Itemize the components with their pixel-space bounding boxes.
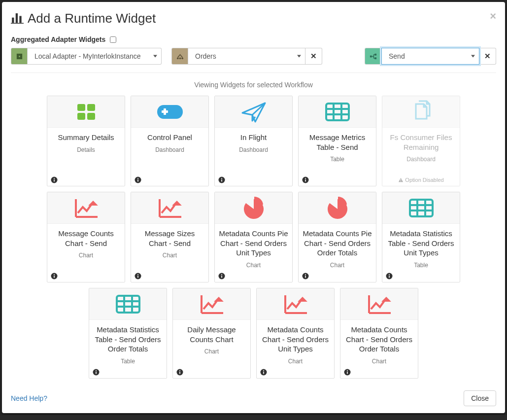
svg-rect-38	[401, 181, 401, 181]
need-help-link[interactable]: Need Help?	[11, 394, 47, 402]
svg-point-36	[305, 178, 306, 179]
widget-card[interactable]: Metadata Counts Chart - Send Orders Unit…	[256, 288, 335, 379]
info-icon[interactable]	[51, 273, 58, 280]
aggregated-checkbox[interactable]	[110, 36, 116, 43]
info-icon[interactable]	[260, 369, 267, 376]
widget-card-title: Control Panel	[131, 128, 208, 142]
svg-rect-12	[77, 104, 85, 111]
add-widget-modal: Add a Runtime Widget × Aggregated Adapte…	[2, 2, 505, 413]
channel-select[interactable]: Orders	[188, 48, 305, 65]
adapter-select-group: Local Adapter - MyInterlokInstance	[11, 48, 162, 65]
svg-rect-37	[401, 179, 401, 181]
info-icon[interactable]	[218, 273, 225, 280]
widget-card[interactable]: Metadata Statistics Table - Send Orders …	[382, 192, 460, 282]
svg-point-75	[179, 370, 180, 371]
table-teal-icon	[382, 192, 460, 224]
svg-point-54	[305, 274, 306, 275]
close-button[interactable]: Close	[464, 390, 496, 406]
svg-point-25	[137, 178, 138, 179]
info-icon[interactable]	[344, 369, 351, 376]
widget-card[interactable]: Message Sizes Chart - SendChart	[131, 192, 209, 282]
widget-card-title: In Flight	[215, 128, 292, 142]
info-icon[interactable]	[51, 176, 58, 183]
channel-select-value: Orders	[195, 52, 216, 60]
controller-icon	[131, 96, 208, 128]
widget-card[interactable]: Metadata Counts Pie Chart - Send Orders …	[298, 192, 376, 282]
svg-point-43	[54, 274, 55, 275]
svg-rect-20	[164, 108, 166, 115]
svg-rect-11	[374, 57, 376, 59]
workflow-icon	[365, 48, 381, 65]
widget-card[interactable]: Metadata Statistics Table - Send Orders …	[89, 288, 167, 379]
svg-rect-79	[263, 372, 264, 374]
info-icon[interactable]	[93, 369, 100, 376]
svg-rect-2	[16, 13, 18, 23]
widget-card-subtitle: Chart	[257, 358, 334, 365]
svg-point-8	[181, 57, 183, 59]
info-icon[interactable]	[386, 273, 393, 280]
widget-cards: Summary DetailsDetailsControl PanelDashb…	[11, 96, 496, 379]
widget-card-title: Metadata Statistics Table - Send Orders …	[89, 320, 167, 354]
widget-card-subtitle: Dashboard	[131, 146, 208, 153]
filter-row: Aggregated Adapter Widgets Local Adapter…	[11, 35, 496, 65]
svg-rect-55	[410, 200, 433, 216]
svg-rect-61	[389, 276, 390, 278]
close-icon[interactable]: ×	[490, 11, 496, 22]
widget-card[interactable]: Message Counts Chart - SendChart	[47, 192, 125, 282]
info-icon[interactable]	[302, 176, 309, 183]
widget-card-subtitle: Chart	[340, 358, 418, 365]
widget-card-subtitle: Details	[47, 146, 125, 153]
adapter-icon	[11, 48, 28, 65]
svg-point-18	[54, 178, 55, 179]
svg-rect-47	[137, 276, 138, 278]
widget-card-subtitle: Chart	[47, 252, 125, 259]
widget-card[interactable]: Summary DetailsDetails	[47, 96, 125, 186]
widget-card[interactable]: Metadata Counts Pie Chart - Send Orders …	[214, 192, 293, 282]
pie-icon	[215, 192, 292, 224]
widget-card[interactable]: Message Metrics Table - SendTable	[298, 96, 376, 186]
widget-card[interactable]: Daily Message Counts ChartChart	[172, 288, 251, 379]
plane-icon	[215, 96, 292, 128]
svg-rect-53	[305, 276, 306, 278]
channel-icon	[171, 48, 188, 65]
widget-card-title: Fs Consumer Files Remaining	[382, 128, 460, 152]
workflow-clear-button[interactable]: ✕	[479, 48, 496, 65]
widget-card-title: Metadata Counts Chart - Send Orders Unit…	[257, 320, 334, 354]
svg-rect-13	[87, 104, 95, 111]
widget-card[interactable]: Metadata Counts Chart - Send Orders Orde…	[340, 288, 418, 379]
adapter-select[interactable]: Local Adapter - MyInterlokInstance	[28, 48, 162, 65]
workflow-select[interactable]: Send	[381, 48, 479, 65]
channel-select-group: Orders ✕	[171, 48, 322, 65]
channel-clear-button[interactable]: ✕	[305, 48, 322, 65]
svg-point-6	[176, 57, 178, 59]
info-icon[interactable]	[302, 273, 309, 280]
widget-card: Fs Consumer Files RemainingDashboardOpti…	[382, 96, 460, 186]
viewing-text: Viewing Widgets for selected Workflow	[11, 81, 496, 89]
table-teal-icon	[89, 288, 167, 320]
widget-card-title: Metadata Counts Pie Chart - Send Orders …	[299, 224, 376, 258]
svg-rect-69	[96, 372, 97, 374]
svg-point-85	[347, 370, 348, 371]
widget-card-subtitle: Dashboard	[215, 146, 292, 153]
info-icon[interactable]	[135, 176, 141, 183]
modal-footer: Need Help? Close	[11, 390, 496, 406]
table-teal-icon	[299, 96, 376, 128]
svg-point-21	[172, 108, 175, 111]
info-icon[interactable]	[135, 273, 141, 280]
svg-rect-24	[137, 179, 138, 182]
widget-card-subtitle: Table	[89, 358, 167, 365]
widget-card-title: Metadata Statistics Table - Send Orders …	[382, 224, 460, 258]
modal-title: Add a Runtime Widget	[28, 11, 156, 26]
widget-card-subtitle: Table	[382, 262, 460, 269]
bar-chart-icon	[11, 13, 24, 24]
info-icon[interactable]	[176, 369, 183, 376]
widget-card[interactable]: In FlightDashboard	[214, 96, 293, 186]
info-icon[interactable]	[218, 176, 225, 183]
widget-card[interactable]: Control PanelDashboard	[131, 96, 209, 186]
grid-green-icon	[47, 96, 125, 128]
svg-point-7	[179, 57, 181, 59]
svg-rect-42	[54, 276, 55, 278]
svg-point-48	[137, 274, 138, 275]
line-chart-icon	[173, 288, 250, 320]
svg-rect-74	[179, 372, 180, 374]
